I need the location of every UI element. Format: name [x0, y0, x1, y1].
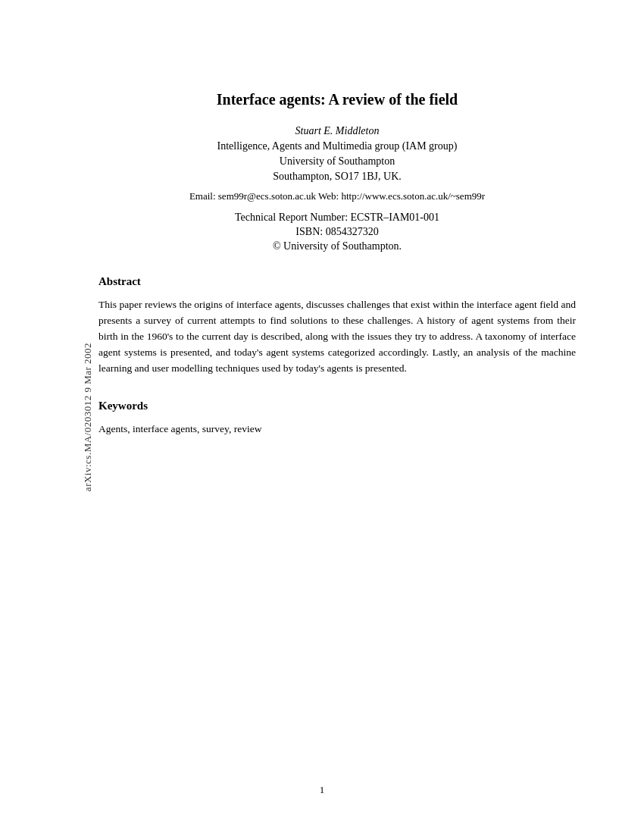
keywords-heading: Keywords — [98, 400, 576, 412]
page: arXiv:cs.MA/0203012 9 Mar 2002 Interface… — [0, 0, 644, 834]
page-number: 1 — [0, 784, 644, 796]
author-email-web: Email: sem99r@ecs.soton.ac.uk Web: http:… — [98, 190, 576, 202]
abstract-text: This paper reviews the origins of interf… — [98, 297, 576, 377]
copyright-notice: © University of Southampton. — [98, 240, 576, 252]
abstract-heading: Abstract — [98, 275, 576, 288]
arxiv-watermark: arXiv:cs.MA/0203012 9 Mar 2002 — [82, 343, 94, 491]
author-name: Stuart E. Middleton — [98, 125, 576, 137]
keywords-text: Agents, interface agents, survey, review — [98, 422, 576, 437]
author-location: Southampton, SO17 1BJ, UK. — [98, 171, 576, 183]
isbn: ISBN: 0854327320 — [98, 226, 576, 238]
main-content: Interface agents: A review of the field … — [98, 91, 576, 437]
title-section: Interface agents: A review of the field … — [98, 91, 576, 252]
paper-title: Interface agents: A review of the field — [98, 91, 576, 108]
author-university: University of Southampton — [98, 155, 576, 168]
author-affiliation: Intelligence, Agents and Multimedia grou… — [98, 140, 576, 152]
technical-report-number: Technical Report Number: ECSTR–IAM01-001 — [98, 212, 576, 224]
